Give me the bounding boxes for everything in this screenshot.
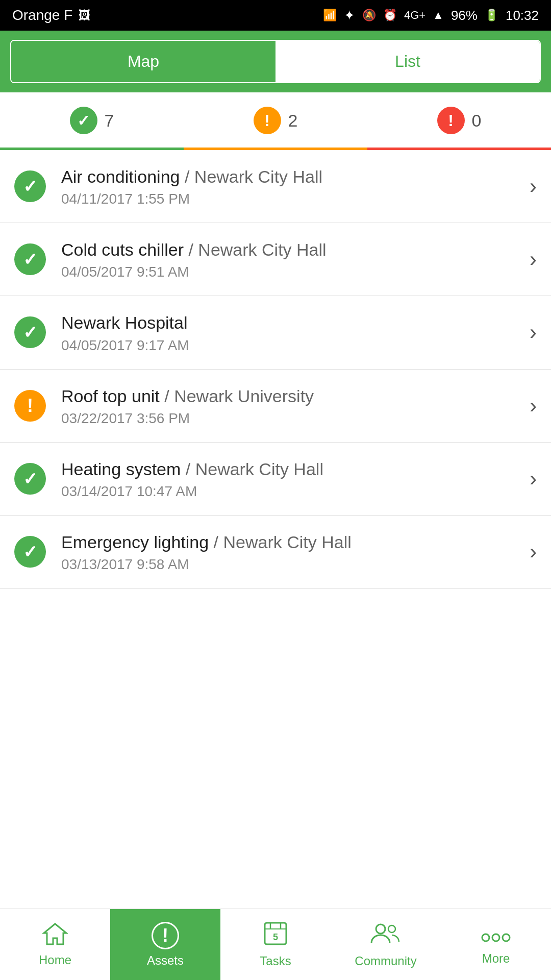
nav-item-home[interactable]: Home: [0, 909, 110, 980]
tasks-icon: 5: [263, 921, 288, 950]
filter-tab-green[interactable]: ✓ 7: [0, 92, 184, 149]
item-title-3: Roof top unit / Newark University: [61, 385, 521, 407]
sim-icon: 📶: [323, 9, 337, 22]
signal-bars: ▲: [433, 9, 444, 22]
alarm-icon: ⏰: [383, 9, 397, 22]
item-date-2: 04/05/2017 9:17 AM: [61, 337, 521, 354]
community-label: Community: [355, 954, 416, 968]
chevron-icon-0: ›: [530, 174, 537, 199]
time-display: 10:32: [506, 8, 539, 23]
orange-warning-icon: !: [254, 107, 281, 134]
nav-item-tasks[interactable]: 5 Tasks: [220, 909, 331, 980]
item-content-4: Heating system / Newark City Hall 03/14/…: [61, 458, 521, 500]
item-title-4: Heating system / Newark City Hall: [61, 458, 521, 480]
status-bar: Orange F 🖼 📶 ✦ 🔕 ⏰ 4G+ ▲ 96% 🔋 10:32: [0, 0, 551, 31]
item-title-5: Emergency lighting / Newark City Hall: [61, 531, 521, 553]
view-toggle: Map List: [10, 40, 541, 83]
list-item[interactable]: ✓ Heating system / Newark City Hall 03/1…: [0, 443, 551, 516]
red-warning-icon: !: [437, 107, 465, 134]
home-label: Home: [39, 953, 71, 967]
svg-point-5: [376, 924, 385, 934]
status-bar-right: 📶 ✦ 🔕 ⏰ 4G+ ▲ 96% 🔋 10:32: [323, 8, 539, 23]
item-title-1: Cold cuts chiller / Newark City Hall: [61, 238, 521, 261]
app-header: Map List: [0, 31, 551, 92]
nav-item-more[interactable]: More: [441, 909, 551, 980]
list-toggle-button[interactable]: List: [276, 41, 540, 82]
svg-text:5: 5: [273, 932, 278, 942]
camera-icon: 🖼: [79, 8, 91, 22]
mute-icon: 🔕: [362, 9, 376, 22]
home-icon: [42, 922, 68, 949]
network-type: 4G+: [404, 9, 425, 22]
filter-tabs: ✓ 7 ! 2 ! 0: [0, 92, 551, 150]
item-title-2: Newark Hospital: [61, 311, 521, 334]
svg-point-8: [492, 934, 499, 941]
assets-icon: !: [152, 922, 179, 949]
list-item[interactable]: ! Roof top unit / Newark University 03/2…: [0, 370, 551, 443]
nav-item-community[interactable]: Community: [331, 909, 441, 980]
svg-point-7: [482, 934, 489, 941]
item-title-0: Air conditioning / Newark City Hall: [61, 165, 521, 188]
chevron-icon-2: ›: [530, 320, 537, 345]
green-check-icon: ✓: [70, 107, 97, 134]
item-date-3: 03/22/2017 3:56 PM: [61, 410, 521, 427]
red-count: 0: [472, 111, 482, 131]
filter-tab-red[interactable]: ! 0: [367, 92, 551, 149]
item-status-icon-0: ✓: [14, 170, 46, 202]
chevron-icon-1: ›: [530, 247, 537, 272]
item-content-3: Roof top unit / Newark University 03/22/…: [61, 385, 521, 427]
svg-point-6: [388, 925, 395, 933]
item-content-5: Emergency lighting / Newark City Hall 03…: [61, 531, 521, 573]
item-status-icon-5: ✓: [14, 536, 46, 568]
assets-label: Assets: [147, 953, 184, 968]
chevron-icon-4: ›: [530, 467, 537, 491]
item-date-1: 04/05/2017 9:51 AM: [61, 264, 521, 280]
battery-icon: 🔋: [485, 9, 498, 22]
item-content-1: Cold cuts chiller / Newark City Hall 04/…: [61, 238, 521, 280]
item-date-5: 03/13/2017 9:58 AM: [61, 556, 521, 573]
more-label: More: [482, 951, 510, 966]
list-item[interactable]: ✓ Air conditioning / Newark City Hall 04…: [0, 150, 551, 223]
item-content-2: Newark Hospital 04/05/2017 9:17 AM: [61, 311, 521, 353]
item-date-4: 03/14/2017 10:47 AM: [61, 483, 521, 500]
item-status-icon-4: ✓: [14, 463, 46, 495]
green-count: 7: [105, 111, 114, 131]
orange-count: 2: [288, 111, 298, 131]
item-status-icon-3: !: [14, 390, 46, 422]
filter-tab-orange[interactable]: ! 2: [184, 92, 367, 149]
item-status-icon-2: ✓: [14, 316, 46, 348]
item-content-0: Air conditioning / Newark City Hall 04/1…: [61, 165, 521, 207]
svg-point-9: [503, 934, 510, 941]
battery-percentage: 96%: [451, 8, 478, 23]
carrier-name: Orange F: [12, 7, 72, 23]
item-status-icon-1: ✓: [14, 243, 46, 275]
tasks-label: Tasks: [260, 954, 291, 968]
item-date-0: 04/11/2017 1:55 PM: [61, 191, 521, 207]
map-toggle-button[interactable]: Map: [11, 41, 276, 82]
list-item[interactable]: ✓ Cold cuts chiller / Newark City Hall 0…: [0, 223, 551, 296]
community-icon: [370, 921, 401, 950]
bottom-nav: Home ! Assets 5 Tasks Community: [0, 909, 551, 980]
list-item[interactable]: ✓ Emergency lighting / Newark City Hall …: [0, 516, 551, 589]
chevron-icon-3: ›: [530, 394, 537, 418]
list-item[interactable]: ✓ Newark Hospital 04/05/2017 9:17 AM ›: [0, 296, 551, 369]
bluetooth-icon: ✦: [344, 8, 355, 23]
nav-item-assets[interactable]: ! Assets: [110, 909, 220, 980]
chevron-icon-5: ›: [530, 540, 537, 564]
asset-list: ✓ Air conditioning / Newark City Hall 04…: [0, 150, 551, 665]
more-icon: [481, 924, 511, 947]
status-bar-left: Orange F 🖼: [12, 7, 91, 23]
